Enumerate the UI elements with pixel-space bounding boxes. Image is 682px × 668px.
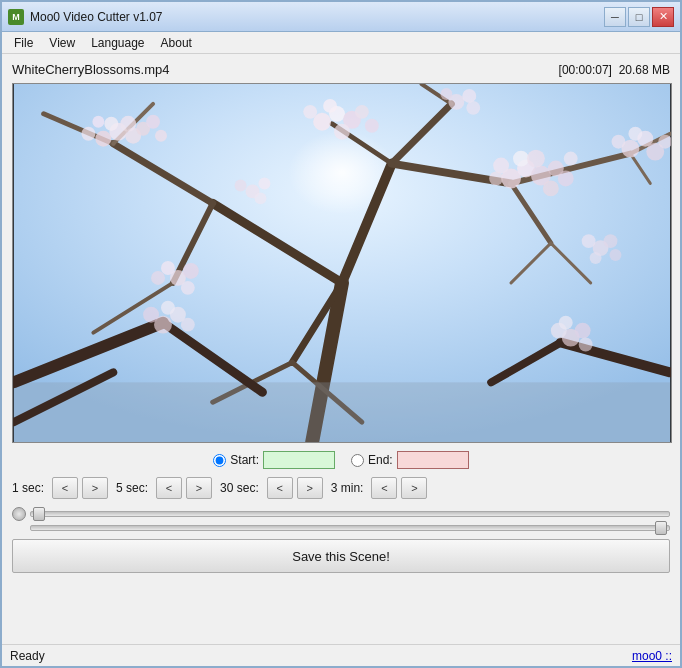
svg-point-84 — [143, 307, 159, 323]
svg-point-65 — [440, 88, 452, 100]
svg-point-30 — [92, 116, 104, 128]
adj-label-1sec: 1 sec: — [12, 481, 44, 495]
main-content: WhiteCherryBlossoms.mp4 [00:00:07] 20.68… — [2, 54, 680, 581]
svg-point-39 — [303, 105, 317, 119]
file-duration: [00:00:07] — [559, 63, 612, 77]
svg-point-59 — [161, 261, 175, 275]
end-slider-track[interactable] — [30, 525, 670, 531]
adj-group-3min: < > — [371, 477, 427, 499]
start-radio-group: Start: 00:00:00 — [213, 451, 335, 469]
adj-5sec-next[interactable]: > — [186, 477, 212, 499]
svg-point-29 — [81, 127, 95, 141]
svg-point-62 — [181, 281, 195, 295]
video-area — [12, 83, 672, 443]
sliders-area — [12, 505, 670, 533]
svg-point-66 — [466, 101, 480, 115]
menu-bar: File View Language About — [2, 32, 680, 54]
adj-5sec-prev[interactable]: < — [156, 477, 182, 499]
app-window: M Moo0 Video Cutter v1.07 ─ □ ✕ File Vie… — [0, 0, 682, 668]
time-controls: Start: 00:00:00 End: 00:00:07 — [12, 447, 670, 471]
title-text: Moo0 Video Cutter v1.07 — [30, 10, 163, 24]
adj-group-30sec: < > — [267, 477, 323, 499]
svg-point-27 — [120, 116, 136, 132]
menu-view[interactable]: View — [41, 34, 83, 52]
menu-language[interactable]: Language — [83, 34, 152, 52]
adj-label-30sec: 30 sec: — [220, 481, 259, 495]
status-bar: Ready moo0 :: — [2, 644, 680, 666]
adj-3min-prev[interactable]: < — [371, 477, 397, 499]
svg-point-61 — [151, 271, 165, 285]
adj-30sec-next[interactable]: > — [297, 477, 323, 499]
adj-1sec-next[interactable]: > — [82, 477, 108, 499]
start-label: Start: — [230, 453, 259, 467]
svg-point-23 — [95, 131, 111, 147]
info-bar: WhiteCherryBlossoms.mp4 [00:00:07] 20.68… — [12, 60, 670, 79]
svg-point-70 — [254, 192, 266, 204]
file-info: [00:00:07] 20.68 MB — [559, 63, 670, 77]
svg-point-60 — [183, 263, 199, 279]
end-time-input[interactable]: 00:00:07 — [397, 451, 469, 469]
svg-point-40 — [365, 119, 379, 133]
file-name: WhiteCherryBlossoms.mp4 — [12, 62, 170, 77]
svg-point-49 — [489, 172, 503, 186]
adj-1sec-prev[interactable]: < — [52, 477, 78, 499]
svg-point-91 — [579, 338, 593, 352]
svg-point-72 — [582, 234, 596, 248]
svg-point-45 — [527, 150, 545, 168]
svg-point-55 — [628, 127, 642, 141]
svg-point-32 — [155, 130, 167, 142]
svg-point-86 — [181, 318, 195, 332]
svg-point-47 — [493, 158, 509, 174]
file-size: 20.68 MB — [619, 63, 670, 77]
adj-group-5sec: < > — [156, 477, 212, 499]
app-icon: M — [8, 9, 24, 25]
svg-point-48 — [558, 171, 574, 187]
start-time-input[interactable]: 00:00:00 — [263, 451, 335, 469]
video-frame — [13, 84, 671, 442]
svg-point-85 — [161, 301, 175, 315]
title-bar: M Moo0 Video Cutter v1.07 ─ □ ✕ — [2, 2, 680, 32]
svg-point-73 — [604, 234, 618, 248]
end-slider-thumb[interactable] — [655, 521, 667, 535]
svg-point-37 — [334, 124, 350, 140]
svg-point-31 — [146, 115, 160, 129]
svg-point-74 — [590, 252, 602, 264]
svg-point-57 — [611, 135, 625, 149]
svg-point-26 — [104, 117, 118, 131]
svg-point-50 — [543, 180, 559, 196]
menu-about[interactable]: About — [153, 34, 200, 52]
maximize-button[interactable]: □ — [628, 7, 650, 27]
start-radio[interactable] — [213, 454, 226, 467]
adj-30sec-prev[interactable]: < — [267, 477, 293, 499]
title-buttons: ─ □ ✕ — [604, 7, 674, 27]
minimize-button[interactable]: ─ — [604, 7, 626, 27]
moo0-link[interactable]: moo0 :: — [632, 649, 672, 663]
svg-rect-76 — [14, 382, 670, 442]
adj-group-1sec: < > — [52, 477, 108, 499]
svg-point-75 — [610, 249, 622, 261]
save-button[interactable]: Save this Scene! — [12, 539, 670, 573]
end-radio[interactable] — [351, 454, 364, 467]
title-bar-left: M Moo0 Video Cutter v1.07 — [8, 9, 163, 25]
svg-point-44 — [513, 151, 529, 167]
close-button[interactable]: ✕ — [652, 7, 674, 27]
end-label: End: — [368, 453, 393, 467]
start-slider-row — [12, 507, 670, 521]
svg-point-89 — [575, 323, 591, 339]
adj-controls: 1 sec: < > 5 sec: < > 30 sec: < > 3 min:… — [12, 475, 670, 501]
adj-3min-next[interactable]: > — [401, 477, 427, 499]
start-slider-thumb[interactable] — [33, 507, 45, 521]
svg-point-36 — [323, 99, 337, 113]
start-slider-track[interactable] — [30, 511, 670, 517]
end-slider-row — [12, 525, 670, 531]
svg-point-38 — [355, 105, 369, 119]
start-slider-handle[interactable] — [12, 507, 26, 521]
svg-point-64 — [462, 89, 476, 103]
svg-point-51 — [564, 152, 578, 166]
svg-point-90 — [559, 316, 573, 330]
status-text: Ready — [10, 649, 45, 663]
end-radio-group: End: 00:00:07 — [351, 451, 469, 469]
svg-point-69 — [235, 179, 247, 191]
menu-file[interactable]: File — [6, 34, 41, 52]
adj-label-3min: 3 min: — [331, 481, 364, 495]
